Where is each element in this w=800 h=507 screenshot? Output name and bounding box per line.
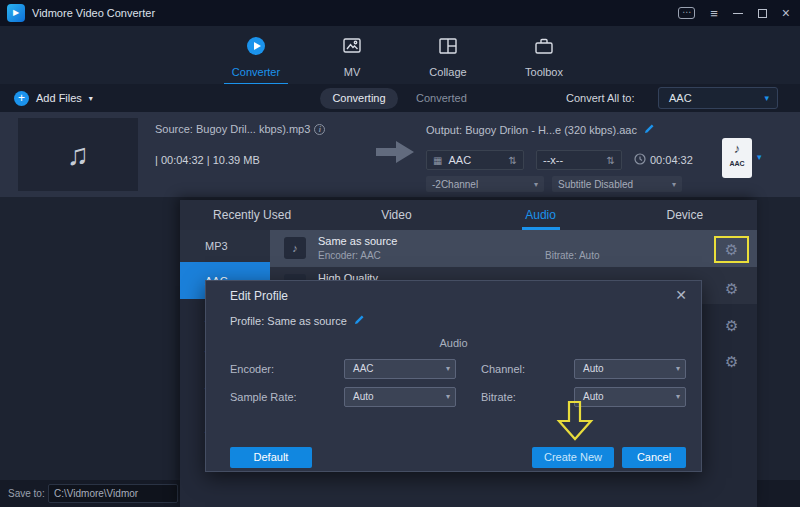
channel-dropdown[interactable]: -2Channel ▾ [426, 176, 544, 192]
tab-collage-label: Collage [429, 66, 466, 78]
channel-label: Channel: [481, 359, 525, 379]
resolution-value: --x-- [543, 154, 563, 166]
title-bar: ▶ Vidmore Video Converter ⋯ ≡ × [0, 0, 800, 26]
output-format-dropdown[interactable]: ▦ AAC ⇅ [426, 150, 524, 170]
tab-toolbox[interactable]: Toolbox [512, 35, 576, 86]
tab-converter-label: Converter [232, 66, 280, 78]
mv-icon [341, 35, 363, 61]
music-note-icon: ♪ [722, 138, 752, 160]
save-to-label: Save to: [8, 480, 45, 507]
tab-device[interactable]: Device [613, 200, 757, 230]
info-icon[interactable]: i [314, 124, 325, 135]
gear-icon[interactable]: ⚙ [725, 241, 738, 259]
tab-converter[interactable]: Converter [224, 35, 288, 86]
output-duration: 00:04:32 [634, 153, 693, 167]
highlight-box: ⚙ [714, 236, 749, 263]
output-label: Output: Bugoy Drilon - H...e (320 kbps).… [426, 123, 706, 136]
bitrate-label: Bitrate: [481, 387, 516, 407]
chevron-down-icon: ▾ [672, 180, 676, 189]
audio-thumbnail: ♫ [18, 118, 138, 191]
tab-toolbox-label: Toolbox [525, 66, 563, 78]
feedback-icon[interactable]: ⋯ [678, 7, 695, 19]
gear-icon[interactable]: ⚙ [725, 353, 738, 371]
menu-icon[interactable]: ≡ [710, 6, 718, 21]
subtitle-value: Subtitle Disabled [558, 179, 633, 190]
edit-profile-dialog: Edit Profile ✕ Profile: Same as source A… [205, 280, 702, 472]
app-window: ▶ Vidmore Video Converter ⋯ ≡ × Converte… [0, 0, 800, 507]
arrow-right-icon [376, 140, 416, 168]
create-new-button[interactable]: Create New [532, 447, 614, 468]
chevron-down-icon: ▾ [676, 360, 680, 378]
updown-icon: ⇅ [509, 155, 517, 166]
edit-icon[interactable] [644, 124, 655, 136]
convert-all-label: Convert All to: [566, 88, 634, 109]
tab-audio[interactable]: Audio [469, 200, 613, 230]
default-button[interactable]: Default [230, 447, 312, 468]
chevron-down-icon: ▾ [446, 388, 450, 406]
tab-video[interactable]: Video [324, 200, 468, 230]
app-title: Vidmore Video Converter [32, 0, 155, 26]
sample-rate-label: Sample Rate: [230, 387, 297, 407]
encoder-select[interactable]: AAC ▾ [344, 359, 456, 379]
list-item-same-as-source[interactable]: ♪ Same as source Encoder: AAC Bitrate: A… [270, 230, 757, 267]
file-row: ♫ Source: Bugoy Dril... kbps).mp3i | 00:… [0, 112, 800, 197]
duration-size-label: | 00:04:32 | 10.39 MB [155, 154, 260, 166]
tab-converted[interactable]: Converted [416, 88, 467, 109]
encoder-label: Encoder: [230, 359, 274, 379]
minimize-icon[interactable] [733, 13, 743, 14]
toolbar: + Add Files ▾ Converting Converted Conve… [0, 84, 800, 112]
tab-mv[interactable]: MV [320, 35, 384, 86]
format-badge-label: AAC [722, 160, 752, 167]
maximize-icon[interactable] [758, 9, 767, 18]
close-icon[interactable]: × [782, 5, 790, 21]
nav-bar: Converter MV Collage Toolbox [0, 26, 800, 84]
close-icon[interactable]: ✕ [675, 287, 687, 303]
channel-select[interactable]: Auto ▾ [574, 359, 686, 379]
convert-all-dropdown[interactable]: AAC ▾ [658, 87, 778, 109]
resolution-dropdown[interactable]: --x-- ⇅ [536, 150, 622, 170]
arrow-annotation [556, 400, 594, 446]
profile-name-label: Profile: Same as source [230, 314, 365, 327]
grid-icon: ▦ [433, 155, 442, 166]
chevron-down-icon: ▾ [534, 180, 538, 189]
save-to-path[interactable]: C:\Vidmore\Vidmor [48, 484, 178, 503]
subtitle-dropdown[interactable]: Subtitle Disabled ▾ [552, 176, 682, 192]
tab-recently-used[interactable]: Recently Used [180, 200, 324, 230]
profile-title: Same as source [318, 235, 397, 247]
sidebar-item-mp3[interactable]: MP3 [180, 230, 270, 262]
tab-collage[interactable]: Collage [416, 35, 480, 86]
gear-icon[interactable]: ⚙ [725, 280, 738, 298]
toolbox-icon [533, 35, 555, 61]
music-note-icon: ♪ [284, 237, 306, 259]
add-files-button[interactable]: + Add Files ▾ [14, 84, 93, 112]
converter-icon [245, 35, 267, 61]
format-value: AAC [448, 154, 471, 166]
dialog-title: Edit Profile [230, 289, 288, 303]
chevron-down-icon: ▾ [764, 88, 769, 108]
chevron-down-icon[interactable]: ▾ [757, 152, 762, 162]
channel-value: -2Channel [432, 179, 478, 190]
tab-converting[interactable]: Converting [320, 88, 398, 109]
clock-icon [634, 153, 646, 167]
sample-rate-select[interactable]: Auto ▾ [344, 387, 456, 407]
collage-icon [437, 35, 459, 61]
add-files-label: Add Files [36, 92, 82, 104]
chevron-down-icon: ▾ [446, 360, 450, 378]
section-label: Audio [206, 337, 701, 349]
gear-icon[interactable]: ⚙ [725, 317, 738, 335]
profile-bitrate: Bitrate: Auto [545, 250, 599, 261]
plus-icon: + [14, 91, 29, 106]
updown-icon: ⇅ [607, 155, 615, 166]
edit-icon[interactable] [354, 315, 365, 327]
chevron-down-icon: ▾ [89, 94, 93, 103]
app-logo-icon: ▶ [7, 4, 25, 22]
chevron-down-icon: ▾ [676, 388, 680, 406]
profile-tabs: Recently Used Video Audio Device [180, 200, 757, 230]
profile-encoder: Encoder: AAC [318, 250, 381, 261]
source-label: Source: Bugoy Dril... kbps).mp3i [155, 123, 400, 135]
tab-mv-label: MV [344, 66, 361, 78]
convert-all-value: AAC [669, 92, 692, 104]
format-badge[interactable]: ♪ AAC [722, 138, 752, 178]
music-notes-icon: ♫ [67, 138, 90, 172]
cancel-button[interactable]: Cancel [622, 447, 686, 468]
